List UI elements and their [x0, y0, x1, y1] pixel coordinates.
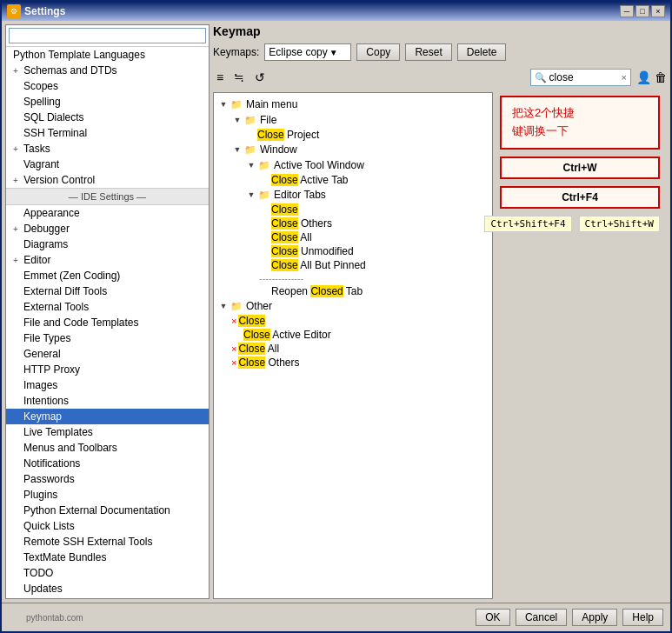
tree-node-close-project[interactable]: Close Project — [214, 128, 492, 142]
ok-button[interactable]: OK — [476, 609, 510, 626]
sidebar-item-editor[interactable]: + Editor — [6, 252, 209, 268]
sidebar-item-appearance[interactable]: Appearance — [6, 205, 209, 221]
sidebar-item-remote-ssh[interactable]: Remote SSH External Tools — [6, 534, 209, 550]
tree-node-other-close[interactable]: × Close — [214, 314, 492, 328]
sidebar-item-external-tools[interactable]: External Tools — [6, 299, 209, 315]
sidebar-item-todo[interactable]: TODO — [6, 565, 209, 581]
cancel-button[interactable]: Cancel — [516, 609, 567, 626]
sidebar-item-emmet[interactable]: Emmet (Zen Coding) — [6, 268, 209, 283]
highlight-close-others: Close — [271, 217, 298, 230]
close-button[interactable]: × — [651, 5, 665, 17]
minimize-button[interactable]: ─ — [620, 5, 634, 17]
highlight-close: Close — [271, 203, 298, 216]
sidebar-item-passwords[interactable]: Passwords — [6, 471, 209, 487]
tree-node-close-all[interactable]: Close All — [214, 230, 492, 244]
sidebar-search-input[interactable] — [9, 28, 206, 43]
right-panel: Keymap Keymaps: Eclipse copy ▼ Copy Rese… — [213, 24, 667, 599]
sidebar-search-container — [6, 25, 209, 47]
tree-node-close-all-but-pinned[interactable]: Close All But Pinned — [214, 258, 492, 272]
collapse-all-button[interactable]: ≒ — [230, 68, 248, 87]
tree-node-close[interactable]: Close — [214, 203, 492, 217]
person-icon: 👤 — [636, 70, 651, 84]
help-button[interactable]: Help — [622, 609, 663, 626]
apply-button[interactable]: Apply — [572, 609, 617, 626]
trash-icon[interactable]: 🗑 — [655, 70, 667, 84]
keymaps-row: Keymaps: Eclipse copy ▼ Copy Reset Delet… — [213, 43, 667, 61]
sidebar-item-keymap[interactable]: Keymap — [6, 409, 209, 424]
tree-node-reopen-closed-tab[interactable]: Reopen Closed Tab — [214, 284, 492, 298]
sidebar-item-menus-toolbars[interactable]: Menus and Toolbars — [6, 440, 209, 456]
tree-node-close-unmodified[interactable]: Close Unmodified — [214, 244, 492, 258]
x-mark-close-others: × — [231, 357, 236, 368]
sidebar-item-scopes[interactable]: Scopes — [6, 78, 209, 94]
sidebar-item-file-types[interactable]: File Types — [6, 330, 209, 346]
shortcut-box-ctrlw: Ctrl+W — [500, 157, 660, 179]
sidebar-item-spelling[interactable]: Spelling — [6, 94, 209, 110]
watermark: pythontab.com — [26, 613, 83, 623]
sidebar-item-notifications[interactable]: Notifications — [6, 456, 209, 471]
keymaps-selected-value: Eclipse copy — [269, 46, 327, 58]
expand-file-icon[interactable]: ▼ — [231, 114, 243, 126]
highlight-close-active-tab: Close — [271, 174, 298, 186]
window-icon: ⚙ — [7, 4, 21, 18]
expand-active-tool-icon[interactable]: ▼ — [245, 159, 257, 171]
sidebar-item-external-diff[interactable]: External Diff Tools — [6, 283, 209, 299]
highlight-other-close-all: Close — [238, 343, 265, 355]
sidebar-item-file-code-templates[interactable]: File and Code Templates — [6, 315, 209, 330]
tree-node-separator: -------------- — [214, 272, 492, 284]
sidebar-item-version-control[interactable]: + Version Control — [6, 172, 209, 188]
expand-window-icon[interactable]: ▼ — [231, 143, 243, 156]
sidebar-item-diagrams[interactable]: Diagrams — [6, 237, 209, 252]
sidebar-item-intentions[interactable]: Intentions — [6, 393, 209, 409]
tree-node-active-tool-window[interactable]: ▼ 📁 Active Tool Window — [214, 157, 492, 173]
search-input[interactable] — [549, 71, 619, 83]
sidebar-item-plugins[interactable]: Plugins — [6, 487, 209, 503]
sidebar-item-updates[interactable]: Updates — [6, 581, 209, 596]
tree-node-window[interactable]: ▼ 📁 Window — [214, 142, 492, 157]
annotation-chinese-box: 把这2个快捷 键调换一下 — [500, 96, 660, 150]
tree-label-active-tool-window: Active Tool Window — [274, 159, 364, 171]
sidebar-item-general[interactable]: General — [6, 346, 209, 362]
sidebar-item-usage-stats[interactable]: Usage Statistics — [6, 596, 209, 599]
maximize-button[interactable]: □ — [635, 5, 649, 17]
sidebar-item-ssh-terminal[interactable]: SSH Terminal — [6, 125, 209, 141]
expand-all-button[interactable]: ≡ — [213, 68, 227, 87]
sidebar-item-debugger[interactable]: + Debugger — [6, 221, 209, 237]
tree-node-editor-tabs[interactable]: ▼ 📁 Editor Tabs — [214, 187, 492, 203]
sidebar-item-images[interactable]: Images — [6, 377, 209, 393]
keymaps-select[interactable]: Eclipse copy ▼ — [264, 43, 351, 61]
sidebar-item-tasks[interactable]: + Tasks — [6, 141, 209, 157]
sidebar-item-schemas[interactable]: + Schemas and DTDs — [6, 63, 209, 78]
highlight-other-close-others: Close — [238, 356, 265, 369]
tree-node-file[interactable]: ▼ 📁 File — [214, 112, 492, 128]
sidebar-item-python-ext-doc[interactable]: Python External Documentation — [6, 503, 209, 518]
sidebar-item-http-proxy[interactable]: HTTP Proxy — [6, 362, 209, 377]
expand-editor-tabs-icon[interactable]: ▼ — [245, 189, 257, 201]
tree-node-close-others[interactable]: Close Others — [214, 217, 492, 230]
shortcut-ctrlf4: Ctrl+F4 — [562, 191, 598, 203]
tree-node-other[interactable]: ▼ 📁 Other — [214, 298, 492, 314]
tree-node-mainmenu[interactable]: ▼ 📁 Main menu — [214, 97, 492, 112]
tree-node-close-active-tab[interactable]: Close Active Tab — [214, 173, 492, 187]
delete-button[interactable]: Delete — [457, 43, 507, 61]
highlight-close-all: Close — [271, 231, 298, 243]
reset-button[interactable]: Reset — [405, 43, 451, 61]
tree-label-mainmenu: Main menu — [246, 98, 297, 110]
clear-search-icon[interactable]: × — [622, 72, 627, 83]
folder-icon-editor-tabs: 📁 — [257, 188, 271, 202]
sidebar-item-live-templates[interactable]: Live Templates — [6, 424, 209, 440]
sidebar-item-sql-dialects[interactable]: SQL Dialects — [6, 110, 209, 125]
sidebar-item-textmate[interactable]: TextMate Bundles — [6, 550, 209, 565]
sidebar-item-python-template[interactable]: Python Template Languages — [6, 47, 209, 63]
panel-title: Keymap — [213, 24, 667, 38]
copy-button[interactable]: Copy — [356, 43, 400, 61]
leaf-spacer-close — [259, 203, 271, 216]
sidebar-item-vagrant[interactable]: Vagrant — [6, 157, 209, 172]
tree-node-other-close-others[interactable]: × Close Others — [214, 356, 492, 370]
expand-other-icon[interactable]: ▼ — [217, 300, 230, 312]
tree-node-other-close-active-editor[interactable]: Close Active Editor — [214, 328, 492, 342]
sidebar-item-quick-lists[interactable]: Quick Lists — [6, 518, 209, 534]
tree-node-other-close-all[interactable]: × Close All — [214, 342, 492, 356]
expand-mainmenu-icon[interactable]: ▼ — [217, 98, 230, 110]
restore-defaults-button[interactable]: ↺ — [251, 68, 269, 87]
